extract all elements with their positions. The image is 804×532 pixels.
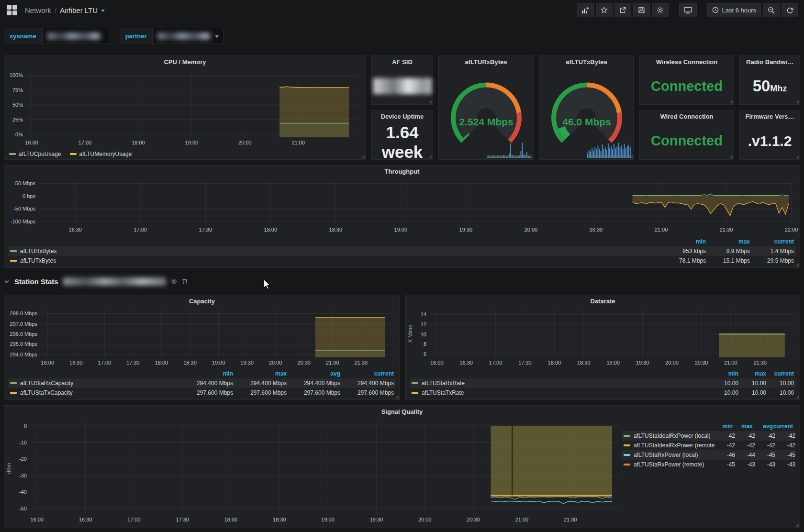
svg-text:20:30: 20:30 xyxy=(467,517,480,522)
series-name: afLTUMemoryUsage xyxy=(79,151,132,157)
panel-title[interactable]: Firmware Vers… xyxy=(740,111,800,122)
grafana-logo-icon[interactable] xyxy=(7,5,17,15)
firmware-version-value: .v1.1.2 xyxy=(748,133,792,149)
series-name: afLTUTxBytes xyxy=(20,257,662,264)
share-button[interactable] xyxy=(614,3,631,17)
cycle-view-button[interactable] xyxy=(679,3,697,17)
legend-row[interactable]: afLTUStaRxRate10.0010.0010.00 xyxy=(410,378,796,388)
zoom-out-button[interactable] xyxy=(763,3,780,17)
legend-column-current[interactable]: current xyxy=(750,238,794,245)
star-button[interactable] xyxy=(596,3,613,17)
settings-button[interactable] xyxy=(652,3,669,17)
series-name: afLTUStaRxPower (local) xyxy=(634,452,715,458)
legend-value: 1.4 Mbps xyxy=(750,248,794,255)
svg-text:298.0 Mbps: 298.0 Mbps xyxy=(10,310,38,316)
template-variables: sysname partner xyxy=(4,28,224,44)
legend-row[interactable]: afLTUStaRxCapacity294.400 Mbps294.400 Mb… xyxy=(8,378,396,388)
refresh-button[interactable] xyxy=(782,3,798,17)
datarate-chart[interactable]: 16:0016:3017:0017:3018:0018:3019:0019:30… xyxy=(406,307,800,369)
row-title[interactable]: Station Stats xyxy=(14,277,58,286)
legend-value: 297.600 Mbps xyxy=(340,389,394,396)
legend-value: -43 xyxy=(755,461,775,468)
legend-row[interactable]: afLTUStaRxPower (local)-46-44-45-45 xyxy=(622,450,795,460)
svg-text:297.0 Mbps: 297.0 Mbps xyxy=(10,321,38,327)
panel-title[interactable]: Device Uptime xyxy=(372,111,433,122)
legend-column-min[interactable]: min xyxy=(662,238,706,245)
panel-title[interactable]: Radio Bandwi… xyxy=(740,56,800,68)
dashboard-title[interactable]: Airfiber LTU xyxy=(60,6,98,14)
legend-value: 10.00 xyxy=(738,389,766,396)
legend-column-avg[interactable]: avg xyxy=(287,370,340,377)
legend-row[interactable]: afLTUStaTxRate10.0010.0010.00 xyxy=(410,388,796,398)
capacity-legend: minmaxavgcurrentafLTUStaRxCapacity294.40… xyxy=(4,369,400,399)
save-button[interactable] xyxy=(633,3,650,17)
legend-item[interactable]: afLTUMemoryUsage xyxy=(70,151,132,157)
svg-text:19:00: 19:00 xyxy=(606,360,620,366)
legend-column-min[interactable]: min xyxy=(711,370,738,377)
chevron-down-icon[interactable] xyxy=(101,10,105,12)
rx-sparkline xyxy=(487,141,531,158)
legend-row[interactable]: afLTUStaTxCapacity297.600 Mbps297.600 Mb… xyxy=(8,388,396,398)
legend-column-current[interactable]: current xyxy=(773,423,793,430)
breadcrumb: Network / Airfiber LTU xyxy=(25,6,105,14)
legend-item[interactable]: afLTUCpuUsage xyxy=(9,151,61,157)
row-delete-button[interactable] xyxy=(182,278,188,285)
svg-text:16:30: 16:30 xyxy=(459,360,473,366)
panel-title[interactable]: Capacity xyxy=(4,295,400,307)
save-icon xyxy=(638,7,645,13)
panel-title[interactable]: Datarate xyxy=(406,295,800,307)
legend-column-min[interactable]: min xyxy=(713,423,733,430)
legend-column-min[interactable]: min xyxy=(179,370,233,377)
variable-value-dropdown[interactable] xyxy=(42,28,110,44)
svg-text:-50: -50 xyxy=(19,506,27,511)
legend-value: 294.400 Mbps xyxy=(340,380,394,387)
legend-value: -42 xyxy=(755,432,775,439)
legend-column-current[interactable]: current xyxy=(340,370,394,377)
redacted-value xyxy=(157,33,211,40)
throughput-chart[interactable]: 16:3017:0017:3018:0018:3019:0019:3020:00… xyxy=(4,177,800,237)
series-name: afLTUStaIdealRxPower (local) xyxy=(634,432,715,439)
svg-text:17:30: 17:30 xyxy=(199,227,212,233)
legend-row[interactable]: afLTURxBytes953 kbps8.9 Mbps1.4 Mbps xyxy=(8,246,796,256)
panel-title[interactable]: afLTURxBytes xyxy=(439,56,533,68)
legend-value: 297.600 Mbps xyxy=(287,389,340,396)
legend-column-max[interactable]: max xyxy=(738,370,766,377)
svg-text:-50 Mbps: -50 Mbps xyxy=(13,206,35,211)
svg-text:21:30: 21:30 xyxy=(355,360,368,366)
legend-row[interactable]: afLTUStaIdealRxPower (remote)-42-42-42-4… xyxy=(622,441,795,450)
legend-column-current[interactable]: current xyxy=(766,370,794,377)
chevron-down-icon[interactable] xyxy=(4,279,10,284)
row-header-station-stats[interactable]: Station Stats xyxy=(4,274,188,289)
variable-value-dropdown[interactable] xyxy=(152,28,224,44)
legend-row[interactable]: afLTUStaRxPower (remote)-45-43-43-43 xyxy=(622,460,795,469)
panel-title[interactable]: Wireless Connection xyxy=(640,56,734,68)
legend-column-max[interactable]: max xyxy=(706,238,750,245)
svg-text:16:30: 16:30 xyxy=(68,227,82,233)
legend-row[interactable]: afLTUTxBytes-78.1 Mbps-15.1 Mbps-29.5 Mb… xyxy=(8,256,796,266)
svg-text:20:30: 20:30 xyxy=(297,360,311,366)
breadcrumb-folder[interactable]: Network xyxy=(25,6,51,14)
panel-title[interactable]: Wired Connection xyxy=(640,111,734,122)
svg-text:-100 Mbps: -100 Mbps xyxy=(11,219,35,224)
svg-text:-10: -10 xyxy=(19,440,27,445)
panel-cpu-memory: CPU / Memory 16:0017:0018:0019:0020:0021… xyxy=(4,55,366,160)
add-panel-button[interactable] xyxy=(577,3,594,17)
signal-quality-chart[interactable]: 16:0016:3017:0017:3018:0018:3019:0019:30… xyxy=(4,418,622,528)
panel-title[interactable]: Signal Quality xyxy=(4,406,800,418)
panel-title[interactable]: Throughput xyxy=(4,166,800,177)
signal-quality-legend: minmaxavgcurrentafLTUStaIdealRxPower (lo… xyxy=(622,418,800,528)
legend-column-avg[interactable]: avg xyxy=(753,423,773,430)
legend-row[interactable]: afLTUStaIdealRxPower (local)-42-42-42-42 xyxy=(622,431,795,441)
panel-signal-quality: Signal Quality 16:0016:3017:0017:3018:00… xyxy=(4,405,800,528)
capacity-chart[interactable]: 16:0016:3017:0017:3018:0018:3019:0019:30… xyxy=(4,307,400,369)
legend-value: -42 xyxy=(735,432,755,439)
panel-title[interactable]: afLTUTxBytes xyxy=(539,56,634,68)
row-settings-button[interactable] xyxy=(171,278,177,285)
panel-title[interactable]: AF SID xyxy=(372,56,433,68)
legend-column-max[interactable]: max xyxy=(233,370,287,377)
time-range-button[interactable]: Last 6 hours xyxy=(707,3,761,17)
panel-title[interactable]: CPU / Memory xyxy=(4,56,366,68)
refresh-icon xyxy=(786,7,793,14)
cpu-memory-chart[interactable]: 16:0017:0018:0019:0020:0021:000%25%50%75… xyxy=(4,68,366,149)
legend-column-max[interactable]: max xyxy=(733,423,753,430)
